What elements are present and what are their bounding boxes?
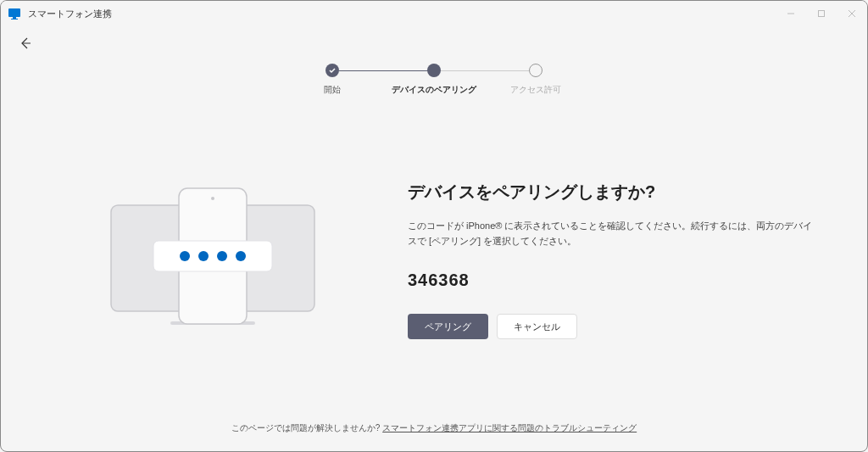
page-heading: デバイスをペアリングしますか? (408, 181, 816, 204)
pending-step-icon (529, 64, 542, 77)
window-title: スマートフォン連携 (28, 8, 112, 20)
footer: このページでは問題が解決しませんか? スマートフォン連携アプリに関する問題のトラ… (1, 422, 867, 434)
step-label: 開始 (324, 84, 341, 96)
svg-point-17 (236, 251, 246, 261)
back-button[interactable] (13, 31, 36, 55)
check-icon (326, 64, 339, 77)
svg-rect-2 (11, 19, 18, 20)
progress-stepper: 開始 デバイスのペアリング アクセス許可 (298, 64, 570, 96)
troubleshoot-link[interactable]: スマートフォン連携アプリに関する問題のトラブルシューティング (382, 423, 637, 432)
svg-point-12 (211, 197, 214, 200)
current-step-icon (427, 64, 441, 77)
cancel-button[interactable]: キャンセル (497, 314, 577, 339)
step-label: デバイスのペアリング (392, 84, 476, 96)
maximize-button[interactable] (806, 1, 837, 26)
step-permissions: アクセス許可 (502, 64, 570, 96)
step-start: 開始 (298, 64, 366, 96)
app-icon (8, 7, 21, 20)
button-row: ペアリング キャンセル (408, 314, 816, 339)
pair-button[interactable]: ペアリング (408, 314, 488, 339)
titlebar: スマートフォン連携 (1, 1, 867, 26)
svg-point-16 (217, 251, 227, 261)
main-content: デバイスをペアリングしますか? このコードが iPhone® に表示されているこ… (1, 172, 867, 339)
pairing-code: 346368 (408, 271, 816, 290)
svg-rect-13 (153, 241, 272, 271)
svg-rect-4 (819, 11, 825, 17)
svg-rect-0 (8, 8, 20, 17)
svg-point-15 (198, 251, 209, 261)
text-section: デバイスをペアリングしますか? このコードが iPhone® に表示されているこ… (374, 172, 816, 339)
step-label: アクセス許可 (510, 84, 561, 96)
svg-rect-1 (13, 17, 16, 19)
step-pairing: デバイスのペアリング (400, 64, 468, 96)
pairing-illustration (52, 172, 374, 339)
close-button[interactable] (837, 1, 867, 26)
window-controls (776, 1, 867, 26)
minimize-button[interactable] (776, 1, 806, 26)
svg-point-14 (180, 251, 190, 261)
body-text: このコードが iPhone® に表示されていることを確認してください。続行するに… (408, 219, 816, 248)
footer-prefix: このページでは問題が解決しませんか? (231, 423, 382, 432)
